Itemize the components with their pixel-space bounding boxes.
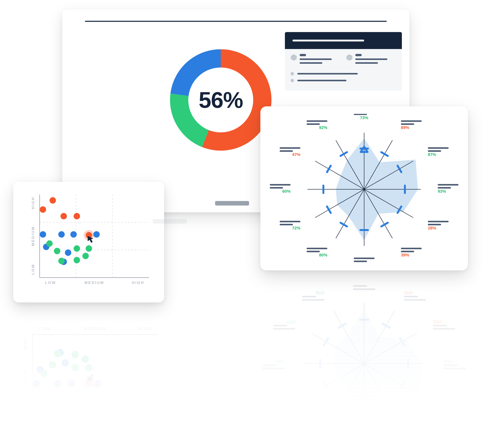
svg-point-27 xyxy=(46,240,53,247)
reflection: 73%89%87%93%28%39%79%80%72%60%47%92% xyxy=(260,281,468,445)
scatter-chart-card: LOWMEDIUMHIGHLOWMEDIUMHIGH xyxy=(13,182,164,303)
radar-axis-percent: 47% xyxy=(287,399,295,404)
svg-rect-146 xyxy=(433,407,455,409)
svg-rect-162 xyxy=(273,407,295,409)
svg-rect-77 xyxy=(280,224,293,225)
svg-rect-76 xyxy=(280,221,300,222)
svg-rect-72 xyxy=(354,257,375,259)
svg-rect-68 xyxy=(428,221,449,222)
svg-point-18 xyxy=(74,213,80,219)
svg-point-23 xyxy=(93,231,100,238)
svg-line-134 xyxy=(383,324,390,328)
side-panel-title-placeholder xyxy=(292,40,364,41)
svg-rect-70 xyxy=(401,248,422,249)
svg-point-103 xyxy=(54,380,61,387)
svg-point-25 xyxy=(65,249,71,256)
svg-rect-62 xyxy=(401,120,422,122)
svg-rect-143 xyxy=(353,444,367,445)
radar-axis-percent: 92% xyxy=(315,428,324,432)
reflection: LOWMEDIUMHIGHLOWMEDIUMHIGH xyxy=(13,313,164,434)
radar-axis-percent: 60% xyxy=(276,359,285,364)
svg-rect-158 xyxy=(273,328,295,330)
svg-text:HIGH: HIGH xyxy=(23,413,28,427)
svg-text:LOW: LOW xyxy=(31,264,35,275)
radar-axis-percent: 28% xyxy=(433,320,442,324)
svg-rect-61 xyxy=(354,114,367,115)
svg-text:LOW: LOW xyxy=(39,326,51,331)
hexagon-icon xyxy=(346,54,353,61)
svg-point-108 xyxy=(57,349,64,356)
side-panel xyxy=(285,32,402,90)
svg-line-58 xyxy=(341,152,347,156)
radar-axis-percent: 89% xyxy=(401,125,409,130)
svg-point-22 xyxy=(70,231,77,238)
svg-rect-75 xyxy=(307,251,320,252)
radar-axis-percent: 79% xyxy=(360,263,368,263)
svg-text:LOW: LOW xyxy=(45,280,56,285)
svg-point-21 xyxy=(58,231,65,238)
svg-line-136 xyxy=(339,324,346,328)
svg-point-105 xyxy=(94,380,101,387)
svg-point-31 xyxy=(74,257,80,264)
list-item xyxy=(291,72,396,75)
svg-text:LOW: LOW xyxy=(23,338,28,350)
svg-marker-1 xyxy=(346,54,352,61)
list-item xyxy=(291,79,396,82)
svg-point-99 xyxy=(57,401,64,408)
svg-line-52 xyxy=(381,223,388,226)
svg-line-57 xyxy=(327,166,331,172)
svg-line-128 xyxy=(334,364,364,416)
svg-rect-155 xyxy=(353,285,367,287)
radar-axis-percent: 87% xyxy=(428,152,436,157)
svg-point-96 xyxy=(83,377,95,389)
radar-axis-percent: 92% xyxy=(319,125,327,130)
svg-point-32 xyxy=(82,253,89,259)
svg-point-109 xyxy=(40,370,48,377)
svg-rect-74 xyxy=(307,248,327,249)
radar-axis-percent: 93% xyxy=(438,189,446,194)
svg-rect-66 xyxy=(438,184,458,185)
radar-axis-percent: 80% xyxy=(315,290,324,295)
radar-axis-percent: 89% xyxy=(404,428,413,432)
svg-point-30 xyxy=(74,245,80,252)
svg-point-107 xyxy=(62,359,69,367)
svg-line-119 xyxy=(364,364,417,394)
svg-point-111 xyxy=(54,350,61,357)
svg-text:HIGH: HIGH xyxy=(31,197,35,209)
radar-chart-card: 73%89%87%93%28%39%79%80%72%60%47%92% xyxy=(260,106,468,270)
svg-rect-156 xyxy=(302,299,325,301)
svg-rect-71 xyxy=(401,251,414,252)
side-panel-list xyxy=(285,68,402,90)
svg-point-101 xyxy=(85,379,93,386)
radar-axis-percent: 39% xyxy=(401,253,409,257)
svg-point-28 xyxy=(54,248,60,254)
svg-point-17 xyxy=(61,213,67,219)
svg-rect-152 xyxy=(404,299,426,301)
svg-point-20 xyxy=(40,231,46,238)
svg-text:HIGH: HIGH xyxy=(132,280,144,285)
svg-point-102 xyxy=(33,380,40,387)
svg-point-29 xyxy=(58,258,65,264)
svg-rect-150 xyxy=(433,328,455,330)
card-title-placeholder xyxy=(85,21,387,22)
svg-rect-159 xyxy=(273,325,287,327)
svg-line-140 xyxy=(339,400,346,404)
svg-rect-163 xyxy=(273,404,287,406)
radar-axis-percent: 79% xyxy=(360,284,368,285)
svg-text:MEDIUM: MEDIUM xyxy=(84,280,104,285)
svg-rect-147 xyxy=(433,404,447,406)
svg-point-114 xyxy=(82,356,89,363)
svg-line-125 xyxy=(311,333,364,364)
radar-axis-percent: 93% xyxy=(443,359,452,364)
radar-axis-percent: 73% xyxy=(360,438,368,443)
footer-indicator xyxy=(215,201,249,206)
hexagon-icon xyxy=(291,54,297,61)
donut-center-label: 56% xyxy=(168,47,274,153)
svg-rect-153 xyxy=(404,296,418,297)
svg-marker-0 xyxy=(291,54,297,61)
svg-line-131 xyxy=(400,382,404,389)
svg-rect-145 xyxy=(404,433,418,435)
donut-chart: 56% xyxy=(168,47,274,153)
svg-point-100 xyxy=(72,401,79,408)
svg-point-106 xyxy=(36,366,44,373)
